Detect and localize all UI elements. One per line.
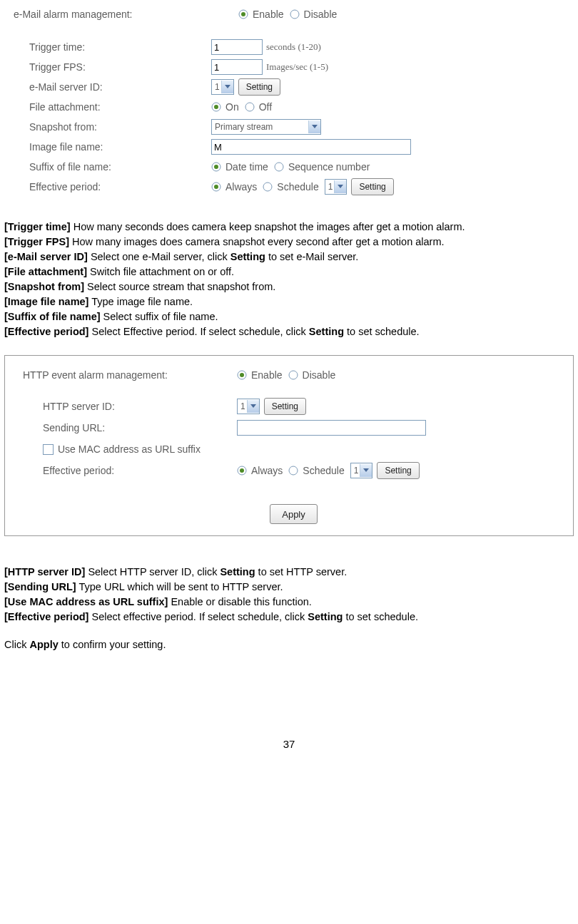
select-value: 1 — [351, 466, 360, 476]
sending-url-input[interactable] — [237, 420, 426, 436]
disable-label: Disable — [304, 9, 338, 20]
svg-marker-7 — [312, 125, 318, 128]
d2-eff-t1: Select effective period. If select sched… — [88, 611, 308, 622]
radio-selected-icon — [238, 9, 248, 19]
email-server-setting-button[interactable]: Setting — [238, 78, 280, 96]
d-eff-t1: Select Effective period. If select sched… — [88, 326, 308, 337]
d-file-t: Switch file attachment on or off. — [87, 266, 234, 277]
d-file-l: [File attachment] — [4, 266, 87, 277]
d2-srv-l: [HTTP server ID] — [4, 566, 85, 578]
d-name-t: Type image file name. — [88, 296, 193, 307]
radio-unselected-icon — [288, 466, 298, 476]
select-value: Primary stream — [212, 122, 308, 132]
d2-eff-b: Setting — [308, 611, 343, 622]
svg-marker-22 — [363, 468, 369, 472]
http-always-radio[interactable]: Always — [237, 465, 283, 476]
trigger-fps-label: Trigger FPS: — [4, 61, 211, 73]
d-snap-t: Select source stream that snapshot from. — [84, 281, 275, 292]
http-alarm-panel: HTTP event alarm management: Enable Disa… — [4, 355, 574, 536]
enable-label: Enable — [253, 9, 284, 20]
radio-unselected-icon — [290, 9, 300, 19]
trigger-fps-input[interactable] — [211, 59, 263, 75]
svg-marker-14 — [338, 185, 343, 188]
http-effective-label: Effective period: — [23, 465, 237, 476]
http-schedule-setting-button[interactable]: Setting — [377, 462, 419, 479]
svg-point-1 — [241, 12, 245, 16]
effective-period-label: Effective period: — [4, 181, 211, 192]
d-server-l: [e-Mail server ID] — [4, 251, 88, 262]
email-alarm-panel: e-Mail alarm management: Enable Disable … — [4, 4, 574, 197]
schedule-label: Schedule — [277, 181, 318, 192]
trigger-time-label: Trigger time: — [4, 41, 211, 53]
datetime-label: Date time — [225, 161, 268, 173]
enable-label: Enable — [251, 369, 283, 381]
schedule-setting-button[interactable]: Setting — [351, 178, 393, 195]
file-on-radio[interactable]: On — [211, 101, 239, 113]
radio-selected-icon — [211, 162, 221, 172]
page-number: 37 — [4, 738, 574, 750]
mac-suffix-checkbox[interactable] — [43, 444, 54, 455]
image-filename-input[interactable] — [211, 139, 411, 155]
snapshot-from-select[interactable]: Primary stream — [211, 119, 321, 135]
d-eff-t2: to set schedule. — [344, 326, 420, 337]
chevron-down-icon — [247, 400, 259, 413]
d-suf-l: [Suffix of file name] — [4, 311, 101, 322]
sending-url-label: Sending URL: — [23, 422, 237, 433]
file-off-radio[interactable]: Off — [245, 101, 272, 113]
email-enable-radio[interactable]: Enable — [238, 9, 284, 20]
http-enable-radio[interactable]: Enable — [237, 369, 283, 381]
svg-point-10 — [275, 163, 283, 171]
d2-apply-b: Apply — [29, 639, 58, 650]
radio-unselected-icon — [245, 102, 255, 112]
suffix-datetime-radio[interactable]: Date time — [211, 161, 268, 173]
chevron-down-icon — [360, 464, 372, 477]
d-server-t2: to set e-Mail server. — [265, 251, 359, 262]
effective-schedule-radio[interactable]: Schedule — [263, 181, 318, 192]
http-disable-radio[interactable]: Disable — [288, 369, 336, 381]
d2-mac-l: [Use MAC address as URL suffix] — [4, 596, 168, 607]
http-server-id-select[interactable]: 1 — [237, 399, 260, 414]
snapshot-from-label: Snapshot from: — [4, 121, 211, 133]
http-server-setting-button[interactable]: Setting — [264, 398, 306, 415]
http-schedule-radio[interactable]: Schedule — [288, 465, 344, 476]
suffix-label: Suffix of file name: — [4, 161, 211, 173]
http-server-id-label: HTTP server ID: — [23, 401, 237, 412]
d2-srv-t2: to set HTTP server. — [255, 566, 348, 578]
d-eff-l: [Effective period] — [4, 326, 88, 337]
svg-point-6 — [245, 103, 254, 111]
trigger-time-input[interactable] — [211, 39, 263, 55]
email-server-id-select[interactable]: 1 — [211, 79, 234, 95]
suffix-sequence-radio[interactable]: Sequence number — [274, 161, 370, 173]
d-trig-fps-t: How many images does camera snapshot eve… — [69, 236, 444, 247]
d2-srv-b: Setting — [220, 566, 255, 578]
d-server-t1: Select one e-Mail server, click — [88, 251, 230, 262]
svg-marker-18 — [250, 404, 256, 408]
svg-point-5 — [214, 105, 218, 109]
d2-mac-t: Enable or disable this function. — [168, 596, 312, 607]
apply-button[interactable]: Apply — [270, 504, 318, 524]
always-label: Always — [225, 181, 257, 192]
radio-selected-icon — [237, 370, 247, 380]
d-trig-time-t: How many seconds does camera keep snapsh… — [71, 221, 465, 232]
chevron-down-icon — [334, 180, 346, 193]
effective-always-radio[interactable]: Always — [211, 181, 257, 192]
svg-point-17 — [289, 371, 298, 379]
svg-point-9 — [214, 165, 218, 169]
email-disable-radio[interactable]: Disable — [290, 9, 338, 20]
radio-unselected-icon — [263, 182, 273, 192]
d2-url-l: [Sending URL] — [4, 581, 76, 592]
select-value: 1 — [325, 182, 335, 192]
svg-marker-3 — [225, 85, 230, 88]
select-value: 1 — [238, 401, 247, 411]
radio-selected-icon — [211, 182, 221, 192]
chevron-down-icon — [308, 120, 320, 133]
http-schedule-select[interactable]: 1 — [350, 463, 373, 478]
radio-unselected-icon — [274, 162, 284, 172]
d2-eff-l: [Effective period] — [4, 611, 88, 622]
svg-point-16 — [240, 373, 244, 377]
svg-point-2 — [290, 10, 299, 19]
schedule-id-select[interactable]: 1 — [325, 179, 348, 195]
radio-selected-icon — [237, 466, 247, 476]
svg-point-12 — [214, 185, 218, 189]
email-heading: e-Mail alarm management: — [4, 9, 238, 20]
